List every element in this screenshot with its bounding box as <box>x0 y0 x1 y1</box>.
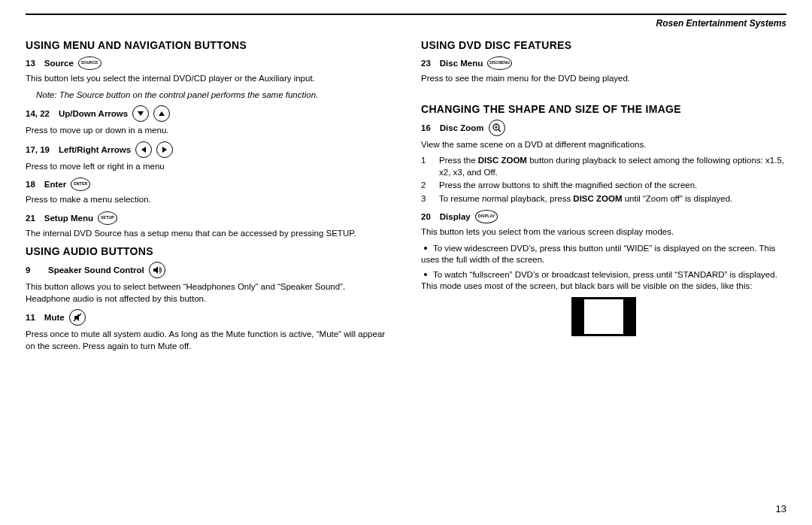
zoom-steps: 1Press the DISC ZOOM button during playb… <box>421 155 786 205</box>
item-desc: This button allows you to select between… <box>26 281 391 305</box>
item-desc: Press to move left or right in a menu <box>26 161 391 173</box>
item-number: 14, 22 <box>26 109 50 118</box>
item-number: 20 <box>421 212 431 221</box>
speaker-icon <box>149 262 165 278</box>
zoom-icon <box>489 120 505 136</box>
item-number: 13 <box>26 59 35 68</box>
heading-dvd: USING DVD DISC FEATURES <box>421 39 786 51</box>
right-column: USING DVD DISC FEATURES 23 Disc Menu DIS… <box>421 33 786 357</box>
item-label: Enter <box>44 180 66 189</box>
display-bullet: To watch “fullscreen” DVD’s or broadcast… <box>421 269 786 293</box>
up-arrow-icon <box>153 105 170 122</box>
mute-icon <box>69 309 86 326</box>
tv-diagram <box>571 297 636 336</box>
item-label: Mute <box>44 313 65 322</box>
item-label: Speaker Sound Control <box>48 266 144 275</box>
heading-menu-nav: USING MENU AND NAVIGATION BUTTONS <box>26 39 391 51</box>
item-desc: Press to see the main menu for the DVD b… <box>421 73 786 85</box>
item-desc: Press once to mute all system audio. As … <box>26 329 391 352</box>
item-label: Disc Menu <box>440 59 483 68</box>
item-number: 9 <box>26 266 39 275</box>
heading-shape: CHANGING THE SHAPE AND SIZE OF THE IMAGE <box>421 103 786 115</box>
svg-marker-2 <box>141 147 146 153</box>
page-header: Rosen Entertainment Systems <box>26 14 786 29</box>
svg-marker-0 <box>138 111 144 116</box>
source-icon: SOURCE <box>78 56 102 70</box>
display-icon: DISPLAY <box>475 210 498 223</box>
item-number: 23 <box>421 59 431 68</box>
item-number: 16 <box>421 123 431 132</box>
svg-marker-3 <box>162 147 167 153</box>
down-arrow-icon <box>132 105 149 122</box>
item-desc: This button lets you select the internal… <box>26 73 391 85</box>
svg-line-8 <box>498 129 501 132</box>
enter-icon: ENTER <box>71 178 90 191</box>
item-label: Disc Zoom <box>440 123 484 132</box>
svg-marker-1 <box>159 111 165 116</box>
right-arrow-icon <box>156 141 173 158</box>
item-label: Left/Right Arrows <box>59 145 131 154</box>
svg-marker-4 <box>153 266 158 274</box>
item-number: 11 <box>26 313 35 322</box>
item-desc: The internal DVD Source has a setup menu… <box>26 228 391 240</box>
item-number: 21 <box>26 214 35 223</box>
item-desc: View the same scene on a DVD at differen… <box>421 139 786 151</box>
item-desc: Press to move up or down in a menu. <box>26 125 391 137</box>
setup-icon: SETUP <box>98 211 117 225</box>
item-label: Display <box>440 212 471 221</box>
page-number: 13 <box>776 503 786 514</box>
item-label: Up/Down Arrows <box>59 109 128 118</box>
item-desc: Press to make a menu selection. <box>26 194 391 206</box>
display-bullet: To view widescreen DVD’s, press this but… <box>421 243 786 266</box>
disc-menu-icon: DISCMENU <box>487 56 511 70</box>
item-desc: This button lets you select from the var… <box>421 226 786 238</box>
item-number: 18 <box>26 180 35 189</box>
item-note: Note: The Source button on the control p… <box>36 90 352 102</box>
heading-audio: USING AUDIO BUTTONS <box>26 245 391 257</box>
left-arrow-icon <box>135 141 152 158</box>
item-label: Source <box>44 59 74 68</box>
left-column: USING MENU AND NAVIGATION BUTTONS 13 Sou… <box>26 33 391 357</box>
item-number: 17, 19 <box>26 145 50 154</box>
item-label: Setup Menu <box>44 214 93 223</box>
